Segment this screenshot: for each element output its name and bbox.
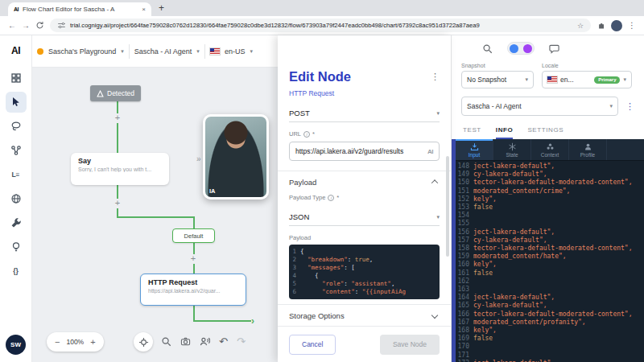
sidebar-item-apps[interactable] bbox=[6, 68, 27, 88]
zoom-in-button[interactable]: + bbox=[90, 338, 95, 347]
bookmark-star-icon[interactable]: ☆ bbox=[577, 22, 584, 30]
zoom-level: 100% bbox=[66, 338, 84, 346]
info-dark-area: Input State Context Profile 148ject-lake… bbox=[452, 139, 644, 362]
flow-nodes-icon bbox=[10, 145, 22, 156]
browser-menu-icon[interactable]: ⋮ bbox=[628, 22, 636, 30]
locale-selector[interactable]: en-US bbox=[225, 47, 246, 56]
chevron-down-icon[interactable]: ▾ bbox=[121, 48, 124, 55]
locale-select[interactable]: en... Primary ▾ bbox=[542, 71, 632, 88]
sidebar-item-lexicons[interactable]: L≡ bbox=[6, 164, 27, 185]
chevron-down-icon[interactable]: ▾ bbox=[196, 48, 200, 55]
new-tab-button[interactable]: + bbox=[159, 2, 164, 14]
tab-info[interactable]: INFO bbox=[496, 126, 514, 139]
flow-canvas[interactable]: › + + + Detected Say Sorry, I can't help… bbox=[32, 68, 278, 362]
panel-top-icons bbox=[452, 35, 644, 61]
payload-code-lines: 1{2 "breakdown": true,3 "messages": [4 {… bbox=[289, 248, 440, 296]
tune-icon[interactable] bbox=[57, 21, 66, 30]
search-icon[interactable] bbox=[161, 336, 171, 347]
copilot-toggle[interactable] bbox=[507, 42, 535, 55]
default-branch-chip[interactable]: Default bbox=[172, 228, 215, 243]
tab-title: Flow Chart Editor for Sascha - A bbox=[23, 6, 138, 13]
chevron-down-icon: ▾ bbox=[525, 76, 528, 83]
sidebar-item-tools[interactable] bbox=[6, 212, 27, 233]
panel-title: Edit Node bbox=[289, 69, 351, 84]
cognigy-logo: AI bbox=[11, 35, 20, 66]
playground-selector[interactable]: Sascha's Playground bbox=[48, 47, 116, 56]
redo-icon[interactable]: ↷ bbox=[237, 336, 246, 347]
url-input[interactable]: https://api.lakera.ai/v2/guard/results A… bbox=[289, 142, 440, 161]
payload-code-editor[interactable]: 1{2 "breakdown": true,3 "messages": [4 {… bbox=[289, 245, 440, 299]
browser-tab-strip: AI Flow Chart Editor for Sascha - A × + bbox=[0, 0, 644, 16]
code-line: 149cy-lakera-default", bbox=[456, 171, 644, 179]
sidebar-item-insights[interactable] bbox=[6, 237, 27, 257]
detected-chip[interactable]: Detected bbox=[90, 85, 141, 101]
panel-resize-handle[interactable] bbox=[452, 139, 456, 362]
tab-close-icon[interactable]: × bbox=[142, 6, 146, 13]
edit-node-panel: Edit Node ⋮ HTTP Request POST ▾ URL i * … bbox=[278, 35, 451, 362]
sidebar-item-flows[interactable] bbox=[6, 140, 27, 161]
info-icon[interactable]: i bbox=[303, 131, 310, 138]
sidebar-item-endpoints[interactable] bbox=[6, 188, 27, 209]
camera-icon[interactable] bbox=[180, 336, 191, 347]
user-avatar[interactable]: SW bbox=[6, 335, 26, 355]
storage-options-header[interactable]: Storage Options bbox=[278, 304, 451, 327]
center-view-button[interactable] bbox=[134, 332, 153, 352]
snapshot-label: Snapshot bbox=[461, 63, 534, 68]
subtab-state[interactable]: State bbox=[493, 139, 531, 160]
snapshot-select[interactable]: No Snapshot ▾ bbox=[461, 71, 534, 88]
agent-video-avatar[interactable]: IA bbox=[203, 114, 269, 200]
agent-selector[interactable]: Sascha - AI Agent bbox=[134, 47, 192, 56]
forward-icon[interactable]: → bbox=[22, 22, 30, 30]
collapse-chevrons-icon[interactable]: » bbox=[196, 154, 201, 163]
subtab-profile[interactable]: Profile bbox=[569, 139, 607, 160]
search-icon[interactable] bbox=[482, 43, 493, 54]
sidebar-item-functions[interactable]: {} bbox=[6, 261, 27, 282]
tab-settings[interactable]: SETTINGS bbox=[527, 126, 564, 139]
avatar-caption: IA bbox=[209, 187, 216, 195]
code-line: 162 bbox=[456, 278, 644, 286]
back-icon[interactable]: ← bbox=[8, 22, 16, 30]
code-line: 148ject-lakera-default", bbox=[456, 162, 644, 171]
context-clover-icon bbox=[546, 142, 555, 151]
agent-select[interactable]: Sascha - AI Agent ▾ bbox=[461, 97, 618, 116]
cancel-button[interactable]: Cancel bbox=[289, 335, 336, 355]
subtab-context[interactable]: Context bbox=[531, 139, 569, 160]
chat-bubble-icon[interactable] bbox=[549, 43, 559, 54]
subtab-input[interactable]: Input bbox=[456, 139, 493, 160]
address-bar[interactable]: trial.cognigy.ai/project/664fae759028c07… bbox=[50, 19, 591, 32]
http-request-node[interactable]: HTTP Request https://api.lakera.ai/v2/gu… bbox=[140, 274, 246, 306]
payload-section-header[interactable]: Payload bbox=[278, 171, 451, 192]
refresh-icon[interactable] bbox=[35, 21, 44, 30]
input-json-viewer[interactable]: 148ject-lakera-default",149cy-lakera-def… bbox=[456, 161, 644, 362]
code-line: 160kely", bbox=[456, 261, 644, 269]
info-icon[interactable]: i bbox=[328, 195, 334, 201]
browser-profile-avatar[interactable] bbox=[611, 20, 622, 31]
payload-code-line: 2 "breakdown": true, bbox=[289, 256, 440, 264]
wrench-icon bbox=[10, 217, 22, 228]
chevron-down-icon: ▾ bbox=[436, 110, 440, 117]
method-select[interactable]: POST ▾ bbox=[289, 105, 440, 122]
payload-type-select[interactable]: JSON ▾ bbox=[289, 208, 440, 226]
add-node-icon[interactable]: + bbox=[188, 254, 198, 264]
say-node[interactable]: Say Sorry, I can't help you with t... bbox=[71, 153, 169, 185]
tab-test[interactable]: TEST bbox=[463, 126, 481, 139]
list-icon: L≡ bbox=[11, 171, 19, 179]
chevron-down-icon[interactable]: ▾ bbox=[250, 48, 253, 55]
sidebar-item-build[interactable] bbox=[6, 92, 27, 113]
zoom-out-button[interactable]: − bbox=[55, 338, 60, 347]
panel-scrollbar[interactable] bbox=[446, 156, 449, 257]
node-subtitle: https://api.lakera.ai/v2/guar... bbox=[148, 288, 238, 294]
agent-options-menu-icon[interactable]: ⋮ bbox=[625, 102, 634, 111]
add-node-icon[interactable]: + bbox=[113, 113, 122, 123]
interaction-panel: Snapshot No Snapshot ▾ Locale en... Prim… bbox=[451, 35, 644, 362]
extensions-puzzle-icon[interactable] bbox=[597, 21, 605, 30]
node-subtitle: Sorry, I can't help you with t... bbox=[78, 167, 162, 172]
undo-icon[interactable]: ↶ bbox=[219, 336, 228, 347]
save-node-button[interactable]: Save Node bbox=[380, 335, 440, 355]
browser-tab[interactable]: AI Flow Chart Editor for Sascha - A × bbox=[8, 2, 151, 16]
cognigy-ai-icon[interactable]: AI bbox=[427, 148, 433, 155]
add-node-icon[interactable]: + bbox=[113, 199, 122, 208]
node-options-menu-icon[interactable]: ⋮ bbox=[431, 72, 440, 82]
sidebar-item-lasso[interactable] bbox=[6, 116, 27, 137]
voice-agent-icon[interactable] bbox=[200, 336, 210, 347]
